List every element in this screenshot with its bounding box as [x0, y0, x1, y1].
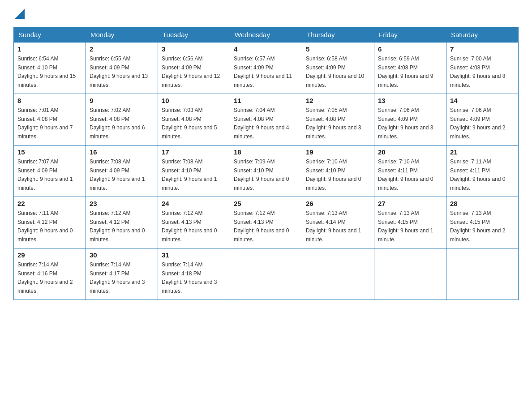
- day-info: Sunrise: 7:09 AMSunset: 4:10 PMDaylight:…: [234, 158, 289, 191]
- calendar-cell: [446, 248, 519, 300]
- day-info: Sunrise: 6:55 AMSunset: 4:09 PMDaylight:…: [90, 56, 148, 88]
- calendar-cell: 5 Sunrise: 6:58 AMSunset: 4:09 PMDayligh…: [302, 43, 374, 94]
- day-info: Sunrise: 7:10 AMSunset: 4:11 PMDaylight:…: [378, 158, 433, 191]
- day-number: 28: [450, 200, 515, 207]
- day-info: Sunrise: 6:59 AMSunset: 4:08 PMDaylight:…: [378, 56, 433, 88]
- day-number: 25: [234, 200, 298, 207]
- day-number: 17: [162, 148, 226, 156]
- day-number: 11: [234, 97, 298, 104]
- day-info: Sunrise: 7:14 AMSunset: 4:16 PMDaylight:…: [17, 261, 73, 294]
- weekday-header-row: SundayMondayTuesdayWednesdayThursdayFrid…: [14, 27, 519, 43]
- calendar-cell: 2 Sunrise: 6:55 AMSunset: 4:09 PMDayligh…: [86, 43, 158, 94]
- day-number: 5: [306, 45, 370, 53]
- day-info: Sunrise: 7:06 AMSunset: 4:09 PMDaylight:…: [378, 107, 433, 140]
- day-number: 26: [306, 200, 370, 207]
- day-number: 14: [450, 97, 515, 104]
- day-number: 20: [378, 148, 442, 156]
- day-info: Sunrise: 7:01 AMSunset: 4:08 PMDaylight:…: [17, 107, 73, 140]
- logo: [13, 9, 25, 19]
- calendar-cell: 16 Sunrise: 7:08 AMSunset: 4:09 PMDaylig…: [86, 146, 158, 197]
- day-number: 12: [306, 97, 370, 104]
- day-number: 10: [162, 97, 226, 104]
- calendar-cell: 20 Sunrise: 7:10 AMSunset: 4:11 PMDaylig…: [374, 146, 446, 197]
- calendar-cell: 24 Sunrise: 7:12 AMSunset: 4:13 PMDaylig…: [158, 197, 230, 248]
- day-info: Sunrise: 7:10 AMSunset: 4:10 PMDaylight:…: [306, 158, 361, 191]
- day-info: Sunrise: 6:54 AMSunset: 4:10 PMDaylight:…: [17, 56, 76, 88]
- day-info: Sunrise: 7:08 AMSunset: 4:10 PMDaylight:…: [162, 158, 217, 191]
- day-number: 13: [378, 97, 442, 104]
- day-number: 24: [162, 200, 226, 207]
- day-number: 29: [17, 251, 82, 259]
- day-number: 8: [17, 97, 82, 104]
- day-number: 23: [90, 200, 154, 207]
- calendar-cell: 29 Sunrise: 7:14 AMSunset: 4:16 PMDaylig…: [14, 248, 86, 300]
- weekday-header-monday: Monday: [86, 27, 158, 43]
- weekday-header-wednesday: Wednesday: [230, 27, 302, 43]
- calendar-cell: 15 Sunrise: 7:07 AMSunset: 4:09 PMDaylig…: [14, 146, 86, 197]
- calendar-week-row: 15 Sunrise: 7:07 AMSunset: 4:09 PMDaylig…: [14, 146, 519, 197]
- day-info: Sunrise: 7:07 AMSunset: 4:09 PMDaylight:…: [17, 158, 73, 191]
- day-info: Sunrise: 7:12 AMSunset: 4:12 PMDaylight:…: [90, 210, 145, 243]
- day-info: Sunrise: 7:08 AMSunset: 4:09 PMDaylight:…: [90, 158, 145, 191]
- calendar-cell: [230, 248, 302, 300]
- day-info: Sunrise: 7:03 AMSunset: 4:08 PMDaylight:…: [162, 107, 217, 140]
- day-number: 3: [162, 45, 226, 53]
- calendar-cell: 12 Sunrise: 7:05 AMSunset: 4:08 PMDaylig…: [302, 94, 374, 146]
- day-info: Sunrise: 7:13 AMSunset: 4:15 PMDaylight:…: [378, 210, 433, 243]
- day-number: 6: [378, 45, 442, 53]
- day-info: Sunrise: 7:05 AMSunset: 4:08 PMDaylight:…: [306, 107, 361, 140]
- calendar-cell: 19 Sunrise: 7:10 AMSunset: 4:10 PMDaylig…: [302, 146, 374, 197]
- day-number: 27: [378, 200, 442, 207]
- calendar-cell: 8 Sunrise: 7:01 AMSunset: 4:08 PMDayligh…: [14, 94, 86, 146]
- day-number: 31: [162, 251, 226, 259]
- day-info: Sunrise: 7:12 AMSunset: 4:13 PMDaylight:…: [162, 210, 217, 243]
- day-number: 9: [90, 97, 154, 104]
- weekday-header-sunday: Sunday: [14, 27, 86, 43]
- day-info: Sunrise: 7:00 AMSunset: 4:08 PMDaylight:…: [450, 56, 505, 88]
- day-number: 2: [90, 45, 154, 53]
- calendar-cell: 14 Sunrise: 7:06 AMSunset: 4:09 PMDaylig…: [446, 94, 519, 146]
- calendar-cell: 4 Sunrise: 6:57 AMSunset: 4:09 PMDayligh…: [230, 43, 302, 94]
- day-number: 21: [450, 148, 515, 156]
- weekday-header-tuesday: Tuesday: [158, 27, 230, 43]
- weekday-header-friday: Friday: [374, 27, 446, 43]
- day-info: Sunrise: 6:57 AMSunset: 4:09 PMDaylight:…: [234, 56, 292, 88]
- calendar-cell: 28 Sunrise: 7:13 AMSunset: 4:15 PMDaylig…: [446, 197, 519, 248]
- day-info: Sunrise: 6:56 AMSunset: 4:09 PMDaylight:…: [162, 56, 220, 88]
- day-number: 30: [90, 251, 154, 259]
- calendar-week-row: 1 Sunrise: 6:54 AMSunset: 4:10 PMDayligh…: [14, 43, 519, 94]
- day-number: 16: [90, 148, 154, 156]
- day-info: Sunrise: 6:58 AMSunset: 4:09 PMDaylight:…: [306, 56, 364, 88]
- day-number: 18: [234, 148, 298, 156]
- day-info: Sunrise: 7:04 AMSunset: 4:08 PMDaylight:…: [234, 107, 289, 140]
- calendar-cell: [302, 248, 374, 300]
- logo-triangle-icon: [15, 9, 25, 19]
- weekday-header-thursday: Thursday: [302, 27, 374, 43]
- day-info: Sunrise: 7:11 AMSunset: 4:11 PMDaylight:…: [450, 158, 505, 191]
- calendar-cell: 17 Sunrise: 7:08 AMSunset: 4:10 PMDaylig…: [158, 146, 230, 197]
- day-info: Sunrise: 7:12 AMSunset: 4:13 PMDaylight:…: [234, 210, 289, 243]
- calendar-week-row: 22 Sunrise: 7:11 AMSunset: 4:12 PMDaylig…: [14, 197, 519, 248]
- day-info: Sunrise: 7:11 AMSunset: 4:12 PMDaylight:…: [17, 210, 73, 243]
- day-info: Sunrise: 7:13 AMSunset: 4:14 PMDaylight:…: [306, 210, 361, 243]
- calendar-cell: 25 Sunrise: 7:12 AMSunset: 4:13 PMDaylig…: [230, 197, 302, 248]
- day-number: 19: [306, 148, 370, 156]
- calendar-cell: 3 Sunrise: 6:56 AMSunset: 4:09 PMDayligh…: [158, 43, 230, 94]
- calendar-cell: 13 Sunrise: 7:06 AMSunset: 4:09 PMDaylig…: [374, 94, 446, 146]
- day-info: Sunrise: 7:14 AMSunset: 4:18 PMDaylight:…: [162, 261, 217, 294]
- page-header: [13, 9, 519, 19]
- calendar-week-row: 8 Sunrise: 7:01 AMSunset: 4:08 PMDayligh…: [14, 94, 519, 146]
- calendar-cell: 26 Sunrise: 7:13 AMSunset: 4:14 PMDaylig…: [302, 197, 374, 248]
- calendar-cell: 27 Sunrise: 7:13 AMSunset: 4:15 PMDaylig…: [374, 197, 446, 248]
- calendar-cell: 9 Sunrise: 7:02 AMSunset: 4:08 PMDayligh…: [86, 94, 158, 146]
- calendar-cell: 31 Sunrise: 7:14 AMSunset: 4:18 PMDaylig…: [158, 248, 230, 300]
- calendar-cell: 7 Sunrise: 7:00 AMSunset: 4:08 PMDayligh…: [446, 43, 519, 94]
- calendar-cell: 11 Sunrise: 7:04 AMSunset: 4:08 PMDaylig…: [230, 94, 302, 146]
- day-info: Sunrise: 7:06 AMSunset: 4:09 PMDaylight:…: [450, 107, 505, 140]
- calendar-cell: 1 Sunrise: 6:54 AMSunset: 4:10 PMDayligh…: [14, 43, 86, 94]
- calendar-cell: 18 Sunrise: 7:09 AMSunset: 4:10 PMDaylig…: [230, 146, 302, 197]
- day-info: Sunrise: 7:02 AMSunset: 4:08 PMDaylight:…: [90, 107, 145, 140]
- day-number: 1: [17, 45, 82, 53]
- day-number: 22: [17, 200, 82, 207]
- day-info: Sunrise: 7:14 AMSunset: 4:17 PMDaylight:…: [90, 261, 145, 294]
